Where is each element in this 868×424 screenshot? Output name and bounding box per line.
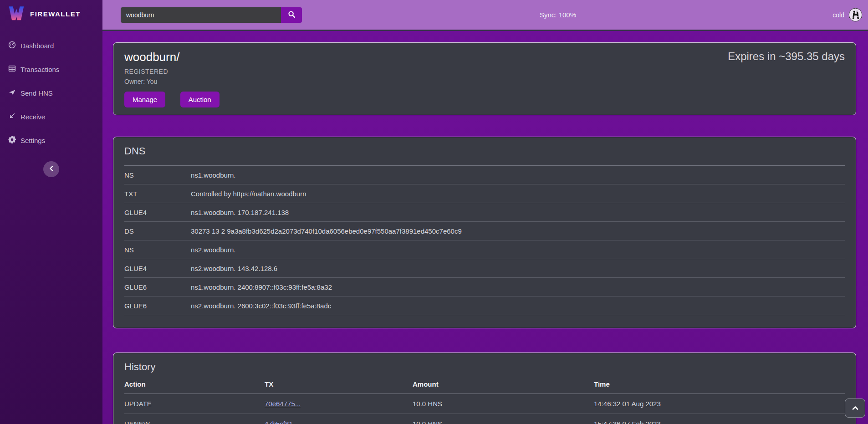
history-col-action: Action <box>124 380 265 388</box>
history-row: RENEW 47b5cf81... 10.0 HNS 15:47:36 07 F… <box>124 414 845 424</box>
domain-card: woodburn/ REGISTERED Owner: You Manage A… <box>113 42 856 115</box>
app-window: FIREWALLET Dashboard Transactions <box>0 0 868 424</box>
sidebar-item-label: Dashboard <box>20 42 54 50</box>
dns-record-row: GLUE6 ns1.woodburn. 2400:8907::f03c:93ff… <box>124 278 845 296</box>
sidebar-item-label: Send HNS <box>20 89 53 97</box>
dns-record-row: GLUE4 ns2.woodburn. 143.42.128.6 <box>124 259 845 278</box>
dns-record-value: ns2.woodburn. 2600:3c02::f03c:93ff:fe5a:… <box>191 302 845 310</box>
dns-record-type: GLUE6 <box>124 283 191 291</box>
domain-status: REGISTERED <box>124 68 220 75</box>
history-action: RENEW <box>124 420 265 424</box>
send-icon <box>8 88 16 97</box>
wallet-name: cold <box>832 11 844 19</box>
receive-icon <box>8 112 16 121</box>
topbar: Sync: 100% cold <box>102 0 868 31</box>
dns-record-value: Controlled by https://nathan.woodburn <box>191 190 845 198</box>
magnifier-icon <box>288 10 296 20</box>
sync-status: Sync: 100% <box>540 0 576 30</box>
sidebar-item-label: Settings <box>20 137 45 144</box>
dns-card: DNS NS ns1.woodburn. TXT Controlled by h… <box>113 137 856 328</box>
dns-record-type: NS <box>124 171 191 179</box>
dns-title: DNS <box>124 145 845 157</box>
domain-owner: Owner: You <box>124 78 220 85</box>
dns-record-type: GLUE6 <box>124 302 191 310</box>
history-header-row: Action TX Amount Time <box>124 375 845 394</box>
brand-name: FIREWALLET <box>30 10 81 18</box>
sidebar-item-dashboard[interactable]: Dashboard <box>0 34 102 57</box>
history-row: UPDATE 70e64775... 10.0 HNS 14:46:32 01 … <box>124 394 845 414</box>
manage-button[interactable]: Manage <box>124 92 165 107</box>
dns-record-row: TXT Controlled by https://nathan.woodbur… <box>124 184 845 203</box>
history-amount: 10.0 HNS <box>413 400 594 408</box>
dns-record-value: ns2.woodburn. <box>191 246 845 254</box>
auction-button[interactable]: Auction <box>180 92 220 107</box>
dns-record-type: GLUE4 <box>124 209 191 216</box>
history-col-amount: Amount <box>413 380 594 388</box>
dns-record-value: ns1.woodburn. 2400:8907::f03c:93ff:fe5a:… <box>191 283 845 291</box>
brand: FIREWALLET <box>0 0 102 26</box>
history-action: UPDATE <box>124 400 265 408</box>
history-col-tx: TX <box>265 380 413 388</box>
dns-record-row: GLUE6 ns2.woodburn. 2600:3c02::f03c:93ff… <box>124 296 845 315</box>
history-col-time: Time <box>594 380 845 388</box>
sidebar-item-receive[interactable]: Receive <box>0 105 102 128</box>
main-area: Sync: 100% cold <box>102 0 868 424</box>
handshake-logo-icon[interactable] <box>848 8 863 22</box>
history-title: History <box>124 361 845 373</box>
chevron-left-icon <box>49 166 54 173</box>
dns-record-type: DS <box>124 227 191 235</box>
dns-record-row: NS ns2.woodburn. <box>124 240 845 259</box>
dns-record-type: NS <box>124 246 191 254</box>
domain-name: woodburn/ <box>124 50 220 64</box>
sidebar-item-label: Transactions <box>20 66 59 73</box>
history-amount: 10.0 HNS <box>413 420 594 424</box>
history-time: 15:47:36 07 Feb 2023 <box>594 420 845 424</box>
dns-record-type: TXT <box>124 190 191 198</box>
domain-actions: Manage Auction <box>124 92 220 107</box>
content: woodburn/ REGISTERED Owner: You Manage A… <box>102 31 868 424</box>
history-card: History Action TX Amount Time UPDATE 70e… <box>113 352 856 424</box>
dns-record-row: NS ns1.woodburn. <box>124 166 845 184</box>
table-icon <box>8 65 16 74</box>
dns-record-type: GLUE4 <box>124 265 191 272</box>
domain-expiry: Expires in ~395.35 days <box>728 50 845 107</box>
wallet-area: cold <box>832 0 863 30</box>
dns-record-value: 30273 13 2 9a3a8fb3d625d2a2073d740f10da6… <box>191 227 845 235</box>
history-time: 14:46:32 01 Aug 2023 <box>594 400 845 408</box>
chevron-up-icon <box>852 405 858 412</box>
scroll-to-top-button[interactable] <box>845 398 865 418</box>
search-input[interactable] <box>121 7 281 23</box>
tx-link[interactable]: 70e64775... <box>265 400 301 408</box>
dns-record-value: ns1.woodburn. 170.187.241.138 <box>191 209 845 216</box>
sidebar-collapse-button[interactable] <box>43 161 59 177</box>
dns-record-row: GLUE4 ns1.woodburn. 170.187.241.138 <box>124 203 845 222</box>
tx-link[interactable]: 47b5cf81... <box>265 420 298 424</box>
search-button[interactable] <box>281 7 302 23</box>
firewallet-logo-icon <box>7 4 26 24</box>
gauge-icon <box>8 41 16 50</box>
domain-info: woodburn/ REGISTERED Owner: You Manage A… <box>124 50 220 107</box>
sidebar: FIREWALLET Dashboard Transactions <box>0 0 102 424</box>
sidebar-nav: Dashboard Transactions Send HNS <box>0 26 102 152</box>
dns-record-row: DS 30273 13 2 9a3a8fb3d625d2a2073d740f10… <box>124 222 845 240</box>
gear-icon <box>8 136 16 145</box>
sidebar-item-label: Receive <box>20 113 45 121</box>
sidebar-item-transactions[interactable]: Transactions <box>0 57 102 81</box>
sidebar-item-settings[interactable]: Settings <box>0 128 102 152</box>
dns-record-value: ns2.woodburn. 143.42.128.6 <box>191 265 845 272</box>
dns-record-value: ns1.woodburn. <box>191 171 845 179</box>
sidebar-item-send-hns[interactable]: Send HNS <box>0 81 102 105</box>
searchbox <box>121 7 302 23</box>
